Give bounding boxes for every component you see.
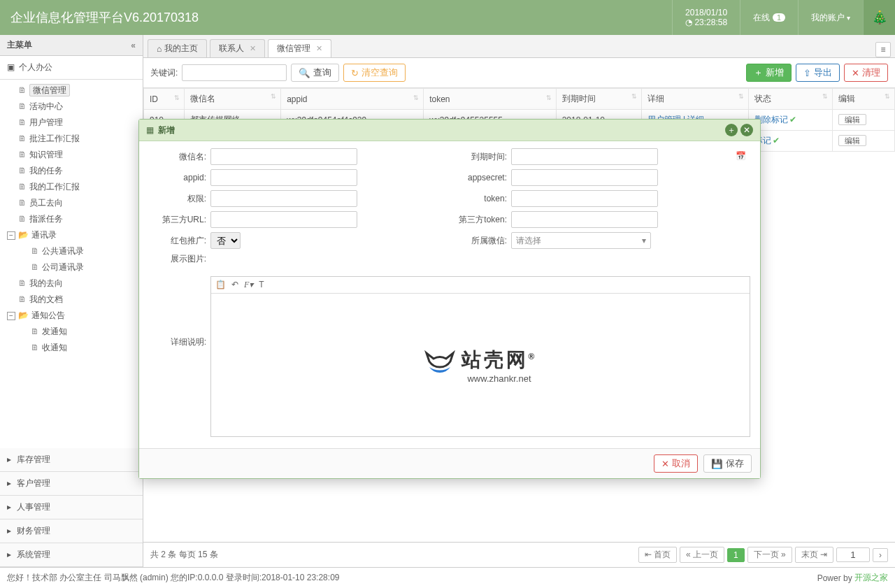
font-icon[interactable]: F▾	[244, 280, 253, 290]
header-tree-icon[interactable]: 🎄	[863, 0, 895, 35]
header-online[interactable]: 在线1	[740, 0, 798, 35]
tree-node[interactable]: 🗎我的去向	[6, 275, 143, 292]
calendar-icon[interactable]: 📅	[736, 151, 746, 161]
tree-node[interactable]: 🗎用户管理	[6, 115, 143, 131]
pager-next[interactable]: 下一页 »	[747, 547, 792, 563]
file-icon: 🗎	[31, 246, 39, 256]
search-button[interactable]: 🔍查询	[291, 64, 339, 82]
wxname-input[interactable]	[210, 148, 357, 165]
sort-icon: ⇅	[738, 93, 744, 100]
editor-canvas[interactable]: 站壳网® www.zhankr.net	[211, 294, 750, 436]
pager-goto[interactable]	[836, 547, 870, 562]
tree-node[interactable]: −📂通讯录	[6, 227, 143, 243]
tree-node[interactable]: 🗎收通知	[18, 340, 143, 356]
hongbao-select[interactable]: 否	[210, 232, 241, 249]
tree-label: 收通知	[42, 343, 67, 352]
tree-node[interactable]: 🗎我的任务	[6, 163, 143, 179]
pager-go[interactable]: ›	[873, 548, 888, 562]
tree-label: 公共通讯录	[42, 246, 84, 256]
column-header[interactable]: 微信名⇅	[184, 89, 281, 110]
text-icon[interactable]: T	[259, 280, 264, 290]
grid-icon: ▦	[146, 125, 154, 135]
accordion-finance[interactable]: ▸财务管理	[0, 519, 143, 543]
file-icon: 🗎	[18, 198, 27, 208]
accordion-hr[interactable]: ▸人事管理	[0, 496, 143, 519]
token-input[interactable]	[511, 190, 658, 207]
file-icon: 🗎	[18, 134, 27, 143]
file-icon: 🗎	[18, 182, 27, 192]
file-icon: 🗎	[18, 101, 27, 111]
tab-wechat[interactable]: 微信管理✕	[268, 39, 331, 57]
edit-button[interactable]: 编辑	[838, 114, 866, 125]
appid-input[interactable]	[210, 169, 357, 186]
tree-toggler-icon[interactable]: −	[7, 312, 15, 320]
pager-last[interactable]: 末页 ⇥	[795, 547, 833, 563]
edit-button[interactable]: 编辑	[838, 135, 866, 146]
column-header[interactable]: appid⇅	[281, 89, 424, 110]
tree-label: 指派任务	[29, 214, 63, 224]
column-header[interactable]: 状态⇅	[749, 89, 833, 110]
tree-node[interactable]: 🗎公司通讯录	[18, 259, 143, 275]
url3-input[interactable]	[210, 211, 357, 228]
column-header[interactable]: 详细⇅	[641, 89, 749, 110]
tree-node[interactable]: 🗎知识管理	[6, 147, 143, 163]
clear-search-button[interactable]: ↻清空查询	[343, 64, 406, 82]
tree-node[interactable]: 🗎活动中心	[6, 99, 143, 115]
tab-home[interactable]: ⌂我的主页	[148, 39, 207, 57]
editor-toolbar[interactable]: 📋 ↶ F▾ T	[211, 277, 750, 294]
close-icon[interactable]: ✕	[250, 44, 256, 53]
column-header[interactable]: token⇅	[424, 89, 557, 110]
rich-editor[interactable]: 📋 ↶ F▾ T 站壳网® www.zhankr.net	[210, 276, 750, 437]
appsecret-input[interactable]	[511, 169, 658, 186]
tree-node[interactable]: −📂通知公告	[6, 308, 143, 324]
undo-icon[interactable]: ↶	[231, 280, 238, 290]
tree-node[interactable]: 🗎我的工作汇报	[6, 179, 143, 195]
play-icon: ▸	[7, 550, 17, 559]
export-button[interactable]: ⇧导出	[796, 64, 840, 82]
add-button[interactable]: ＋新增	[746, 64, 792, 82]
belong-combo[interactable]: 请选择▾	[511, 232, 651, 249]
pager-prev[interactable]: « 上一页	[680, 547, 724, 563]
accordion-personal[interactable]: ▣ 个人办公	[0, 56, 143, 80]
pager-current[interactable]: 1	[727, 548, 745, 562]
file-icon: 🗎	[18, 214, 27, 224]
save-button[interactable]: 💾保存	[703, 454, 752, 473]
tree-node[interactable]: 🗎指派任务	[6, 211, 143, 227]
tab-contacts[interactable]: 联系人✕	[210, 39, 265, 57]
token3-input[interactable]	[511, 211, 658, 228]
dialog-header[interactable]: ▦ 新增 ＋ ✕	[139, 120, 760, 141]
tree-node[interactable]: 🗎微信管理	[6, 83, 143, 99]
sort-icon: ⇅	[413, 94, 419, 101]
accordion-customer[interactable]: ▸客户管理	[0, 472, 143, 496]
keyword-input[interactable]	[182, 64, 287, 81]
dialog-add-icon[interactable]: ＋	[725, 124, 738, 136]
file-icon: 🗎	[18, 150, 27, 159]
tree-node[interactable]: 🗎我的文档	[6, 292, 143, 308]
cleanup-button[interactable]: ✕清理	[844, 64, 888, 82]
dialog-close-icon[interactable]: ✕	[740, 124, 753, 136]
tree-node[interactable]: 🗎发通知	[18, 324, 143, 340]
cancel-button[interactable]: ✕取消	[654, 454, 698, 473]
column-header[interactable]: 编辑⇅	[833, 89, 895, 110]
paste-icon[interactable]: 📋	[215, 280, 226, 290]
play-icon: ▸	[7, 526, 17, 536]
perm-input[interactable]	[210, 190, 357, 207]
app-title: 企业信息化管理平台V6.20170318	[0, 9, 672, 26]
file-icon: 🗎	[18, 294, 27, 304]
tree-node[interactable]: 🗎批注工作汇报	[6, 131, 143, 147]
accordion-inventory[interactable]: ▸库存管理	[0, 448, 143, 472]
header-account[interactable]: 我的账户	[798, 0, 863, 35]
tab-menu-button[interactable]: ≡	[875, 42, 891, 57]
tree-node[interactable]: 🗎员工去向	[6, 195, 143, 211]
column-header[interactable]: 到期时间⇅	[556, 89, 641, 110]
footer-link[interactable]: 开源之家	[854, 572, 888, 584]
pager-first[interactable]: ⇤ 首页	[638, 547, 677, 563]
close-icon[interactable]: ✕	[316, 44, 322, 53]
tree-node[interactable]: 🗎公共通讯录	[18, 243, 143, 259]
sort-icon: ⇅	[631, 93, 637, 100]
accordion-system[interactable]: ▸系统管理	[0, 543, 143, 567]
tree-toggler-icon[interactable]: −	[7, 231, 15, 240]
expire-input[interactable]	[511, 148, 658, 165]
column-header[interactable]: ID⇅	[144, 89, 185, 110]
sidebar-collapse-icon[interactable]: «	[131, 41, 136, 50]
